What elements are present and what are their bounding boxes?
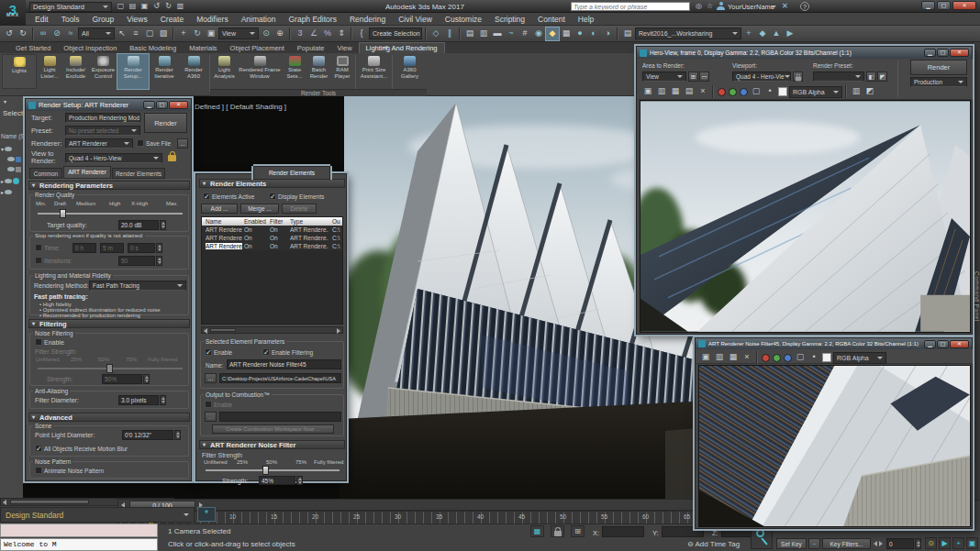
art-noise-filter-rollout[interactable]: ART Renderer Noise Filter — [199, 440, 345, 449]
noise-filter-enable-checkbox[interactable] — [35, 338, 42, 346]
unlink-selection-icon[interactable]: ⊘ — [50, 28, 63, 40]
eye-icon[interactable] — [5, 147, 12, 151]
absolute-offset-toggle-icon[interactable]: ⊞ — [571, 525, 585, 537]
elements-list-scrollbar[interactable] — [201, 326, 343, 334]
channel-display-dropdown[interactable]: RGB Alpha — [789, 86, 842, 98]
snaps-toggle-icon[interactable]: 3 — [294, 28, 306, 40]
lock-viewport-button[interactable] — [793, 72, 803, 82]
quality-slider-handle[interactable] — [60, 209, 66, 218]
menu-views[interactable]: Views — [120, 15, 154, 24]
render-elements-tab[interactable]: Render Elements — [253, 166, 330, 180]
rendered-image[interactable] — [698, 365, 971, 527]
play-animation-icon[interactable]: ▶ — [939, 537, 951, 549]
elements-list[interactable]: Name Enabled Filter Type Ou ART Renderer… — [201, 216, 343, 325]
maximize-button[interactable]: ▢ — [937, 49, 949, 57]
menu-scripting[interactable]: Scripting — [488, 15, 531, 24]
selection-filter-dropdown[interactable]: All — [78, 28, 115, 39]
menu-graph-editors[interactable]: Graph Editors — [282, 15, 342, 24]
ribbon-tab-object-inspection[interactable]: Object Inspection — [57, 43, 123, 53]
clone-rendered-frame-icon[interactable]: ▦ — [727, 351, 740, 364]
curve-editor-icon[interactable]: ~ — [505, 28, 518, 40]
workspace-dropdown[interactable]: Design Standard — [29, 2, 112, 12]
maximize-button[interactable]: ▢ — [937, 1, 951, 10]
menu-help[interactable]: Help — [572, 15, 600, 24]
noise-filter-strength-slider[interactable] — [206, 466, 340, 475]
close-button[interactable]: ✕ — [169, 101, 188, 109]
channel-display-dropdown[interactable]: RGB Alpha — [833, 352, 886, 364]
key-mode-toggle-icon[interactable]: ⊙ — [925, 537, 937, 549]
point-light-spinner[interactable] — [174, 430, 181, 440]
output-path-field[interactable]: C:\Desktop-Projects\USAirforce-CadetChap… — [219, 373, 341, 383]
lights-button[interactable]: Lights — [2, 54, 37, 89]
explorer-row[interactable] — [7, 155, 21, 163]
auto-region-icon[interactable]: ⊞ — [688, 72, 698, 82]
render-button[interactable]: Render — [144, 113, 187, 133]
renderer-dropdown[interactable]: ART Renderer — [65, 138, 133, 149]
workspace-selector[interactable]: Design Standard — [0, 507, 195, 523]
light-analysis-button[interactable]: Light Analysis — [212, 54, 237, 89]
monochrome-channel-icon[interactable]: ▢ — [750, 85, 763, 98]
name-column-header[interactable]: Name (Sort — [1, 133, 25, 139]
open-file-icon[interactable]: ▤ — [128, 2, 138, 11]
save-file-checkbox[interactable] — [137, 139, 144, 147]
column-enabled[interactable]: Enabled — [244, 218, 266, 225]
scroll-right-icon[interactable] — [337, 328, 340, 334]
mirror-icon[interactable]: ◇ — [429, 28, 442, 40]
render-in-cloud-icon[interactable]: ◐ — [587, 28, 600, 40]
scrollbar-thumb[interactable] — [10, 500, 89, 504]
display-elements-checkbox[interactable]: ✓ — [269, 193, 276, 200]
percent-snap-icon[interactable]: % — [321, 28, 334, 40]
element-row[interactable]: ART Renderer N... On On ART Rendere... C… — [202, 234, 342, 242]
a360-gallery-button[interactable]: A360 Gallery — [395, 54, 425, 89]
select-and-rotate-icon[interactable]: ↻ — [191, 28, 204, 40]
bind-to-space-warp-icon[interactable]: ≈ — [64, 28, 77, 40]
red-channel-icon[interactable] — [718, 88, 726, 96]
maximize-button[interactable]: ▢ — [937, 340, 949, 348]
tab-art-renderer[interactable]: ART Renderer — [63, 166, 111, 179]
render-setup-button[interactable]: Render Setup... — [117, 54, 149, 89]
animate-noise-checkbox[interactable] — [35, 467, 42, 474]
toggle-scene-explorer-icon[interactable]: ▤ — [463, 28, 476, 40]
workspace-settings-button[interactable]: * — [197, 507, 216, 522]
clear-image-icon[interactable]: × — [696, 85, 709, 98]
filtering-rollout[interactable]: Filtering — [28, 319, 190, 328]
lock-view-icon[interactable] — [168, 155, 176, 161]
align-icon[interactable]: ∥ — [443, 28, 456, 40]
add-time-tag[interactable]: ⊖ Add Time Tag — [687, 540, 740, 548]
manage-scene-states-icon[interactable]: ▲ — [770, 28, 783, 40]
motion-blur-checkbox[interactable]: ✓ — [35, 445, 42, 452]
explorer-row[interactable] — [7, 165, 21, 173]
menu-civil-view[interactable]: Civil View — [392, 15, 439, 24]
select-and-move-icon[interactable]: + — [177, 28, 190, 40]
select-object-icon[interactable]: ↖ — [116, 28, 128, 40]
render-elements-rollout[interactable]: Render Elements — [199, 179, 345, 188]
close-button[interactable]: ✕ — [950, 340, 969, 348]
clear-image-icon[interactable]: × — [741, 351, 753, 364]
filter-diameter-spinner[interactable] — [160, 395, 166, 405]
select-and-manipulate-icon[interactable]: ⊕ — [273, 28, 286, 40]
state-sets-button[interactable]: State Sets... — [283, 54, 306, 89]
noise-strength-handle[interactable] — [106, 364, 113, 373]
iterations-spinner[interactable] — [156, 256, 162, 266]
tab-render-elements[interactable]: Render Elements — [112, 168, 165, 179]
angle-snap-icon[interactable]: ∠ — [307, 28, 320, 40]
time-checkbox[interactable] — [35, 244, 42, 251]
set-key-button[interactable]: Set Key — [776, 538, 807, 549]
target-dropdown[interactable]: Production Rendering Mode — [65, 113, 140, 123]
elements-list-header[interactable]: Name Enabled Filter Type Ou — [202, 217, 342, 226]
menu-tools[interactable]: Tools — [55, 15, 86, 24]
noise-strength-slider[interactable] — [38, 364, 183, 373]
graphite-tools-icon[interactable]: ▶ — [784, 28, 796, 40]
time-hours-field[interactable]: 0 h — [72, 243, 96, 253]
toggle-ribbon-icon[interactable]: ▬ — [491, 28, 504, 40]
menu-modifiers[interactable]: Modifiers — [190, 15, 234, 24]
blue-channel-icon[interactable] — [740, 88, 748, 96]
ribbon-tab-basic-modeling[interactable]: Basic Modeling — [123, 43, 183, 53]
maximize-button[interactable]: ▢ — [156, 101, 168, 109]
element-row-selected[interactable]: ART Renderer N... On On ART Rendere... C… — [202, 242, 342, 250]
save-file-icon[interactable]: ▣ — [139, 2, 150, 11]
asset-tracking-icon[interactable]: ▤ — [621, 28, 634, 40]
display-floater-icon[interactable]: ◆ — [756, 28, 769, 40]
new-scene-icon[interactable]: ▢ — [116, 2, 126, 11]
render-preset-dropdown[interactable] — [813, 72, 864, 82]
